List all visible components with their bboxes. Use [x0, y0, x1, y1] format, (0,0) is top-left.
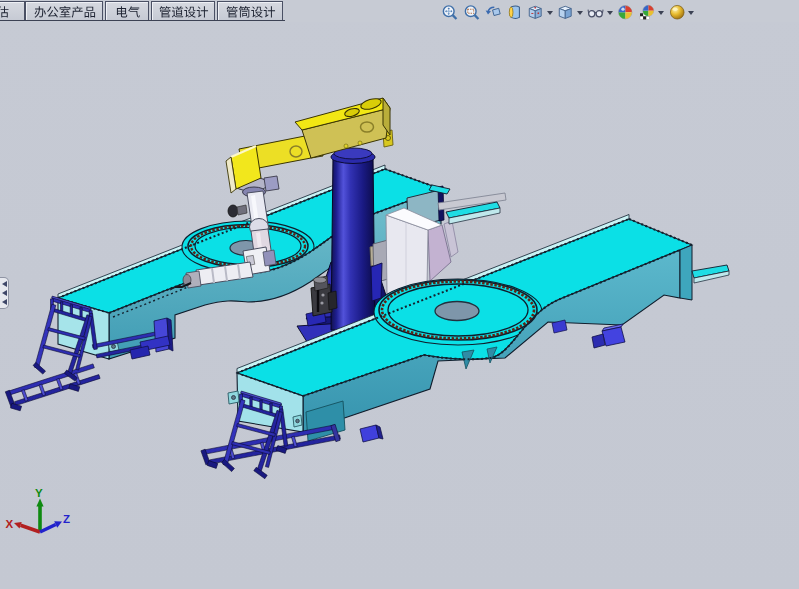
graphics-area[interactable]: Y X Z — [0, 0, 799, 589]
eyeglasses-icon — [587, 4, 604, 21]
zoom-to-fit-button[interactable] — [440, 3, 459, 22]
command-tab-3[interactable]: 管道设计 — [151, 1, 215, 20]
command-tab-2[interactable]: 电气 — [105, 1, 149, 20]
magnifier-fit-icon — [441, 4, 458, 21]
model-face[interactable] — [321, 293, 324, 296]
color-sphere-icon — [617, 4, 634, 21]
triad-y-label: Y — [35, 487, 43, 499]
scene-sphere-icon — [639, 4, 656, 21]
tab-label-glyphs — [152, 1, 216, 22]
tab-label-glyphs — [26, 1, 104, 22]
icon-shape — [596, 11, 602, 17]
magnifier-area-icon — [463, 4, 480, 21]
section-view-button[interactable] — [505, 3, 524, 22]
view-settings-button[interactable] — [668, 3, 696, 22]
dropdown-arrow-icon[interactable] — [658, 11, 664, 15]
icon-shape — [640, 13, 643, 16]
icon-shape — [648, 5, 653, 10]
model-face[interactable] — [296, 419, 300, 423]
icon-shape — [625, 12, 632, 19]
dropdown-arrow-icon[interactable] — [688, 11, 694, 15]
icon-shape — [239, 6, 250, 17]
model-face[interactable] — [264, 176, 279, 191]
icon-shape — [619, 12, 626, 19]
ring-center-hole[interactable] — [435, 302, 479, 321]
model-face[interactable] — [228, 205, 238, 217]
icon-shape — [642, 5, 647, 10]
view-cube-icon — [527, 4, 544, 21]
icon-shape — [0, 6, 9, 17]
model-face[interactable] — [237, 205, 247, 215]
model-face[interactable] — [232, 396, 236, 400]
icon-shape — [595, 13, 596, 14]
command-tab-0[interactable]: 评估 — [0, 1, 25, 20]
icon-shape — [621, 8, 624, 11]
triad-x-label: X — [6, 518, 14, 530]
icon-shape — [197, 6, 208, 17]
icon-shape — [640, 16, 643, 19]
icon-shape — [493, 8, 501, 15]
zoom-to-area-button[interactable] — [462, 3, 481, 22]
icon-shape — [71, 6, 82, 18]
icon-shape — [643, 16, 646, 19]
icon-shape — [226, 6, 237, 17]
icon-shape — [84, 7, 94, 18]
tab-label-glyphs — [0, 1, 26, 22]
model-face[interactable] — [314, 277, 327, 283]
feature-panel-splitter-button[interactable] — [0, 277, 9, 309]
solidworks-window: Y X Z 评估办公室产品电气管道设计管筒设计 — [0, 0, 799, 589]
model-face[interactable] — [328, 291, 337, 310]
icon-shape — [251, 6, 262, 17]
model-face[interactable] — [331, 156, 375, 330]
tab-strip: 评估办公室产品电气管道设计管筒设计 — [0, 0, 285, 22]
icon-shape — [128, 6, 140, 17]
tab-label-glyphs — [106, 1, 150, 22]
previous-view-button[interactable] — [483, 3, 502, 22]
display-style-button[interactable] — [556, 3, 584, 22]
model-face[interactable] — [344, 144, 348, 148]
shaded-cube-icon — [557, 4, 574, 21]
icon-shape — [670, 5, 684, 19]
icon-shape — [672, 8, 677, 12]
icon-shape — [184, 6, 195, 17]
tab-label-glyphs — [218, 1, 284, 22]
section-view-icon — [506, 4, 523, 21]
model-face[interactable] — [680, 245, 692, 300]
command-tab-4[interactable]: 管筒设计 — [217, 1, 283, 20]
icon-shape — [646, 16, 649, 19]
icon-shape — [47, 6, 58, 17]
icon-shape — [565, 9, 571, 19]
model-face[interactable] — [112, 345, 116, 349]
icon-shape — [509, 7, 513, 17]
icon-shape — [589, 11, 595, 17]
gold-sphere-icon — [669, 4, 686, 21]
headsup-view-toolbar — [440, 3, 698, 22]
apply-scene-button[interactable] — [638, 3, 666, 22]
edit-appearance-button[interactable] — [616, 3, 635, 22]
dropdown-arrow-icon[interactable] — [577, 11, 583, 15]
icon-shape — [264, 6, 275, 17]
model-face[interactable] — [592, 334, 605, 348]
icon-shape — [117, 6, 127, 17]
icon-shape — [59, 6, 70, 17]
model-face[interactable] — [263, 250, 276, 266]
view-orientation-button[interactable] — [526, 3, 554, 22]
icon-shape — [559, 9, 565, 19]
icon-shape — [625, 6, 632, 13]
icon-shape — [172, 6, 183, 17]
collapse-left-icon — [2, 299, 7, 305]
collapse-left-icon — [2, 281, 7, 287]
dropdown-arrow-icon[interactable] — [547, 11, 553, 15]
icon-shape — [648, 11, 653, 16]
dropdown-arrow-icon[interactable] — [607, 11, 613, 15]
icon-shape — [465, 6, 476, 17]
collapse-left-icon — [2, 290, 7, 296]
command-tab-1[interactable]: 办公室产品 — [25, 1, 103, 20]
previous-view-icon — [484, 4, 501, 21]
icon-shape — [453, 15, 457, 19]
model-face[interactable] — [358, 141, 362, 145]
model-face[interactable] — [371, 263, 382, 301]
icon-shape — [486, 10, 491, 14]
model-face[interactable] — [320, 301, 323, 304]
hide-show-items-button[interactable] — [586, 3, 614, 22]
